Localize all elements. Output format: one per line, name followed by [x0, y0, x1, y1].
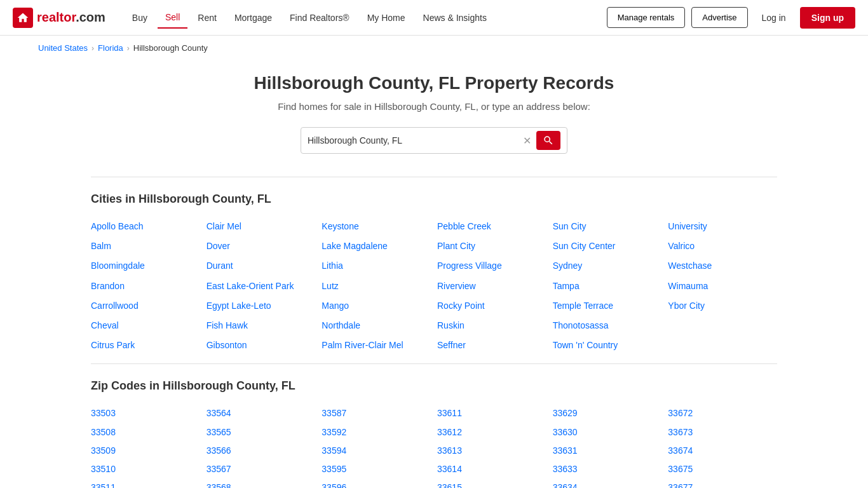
city-link[interactable]: Sun City	[553, 219, 662, 234]
city-link[interactable]: Fish Hawk	[207, 318, 316, 334]
zip-link[interactable]: 33510	[91, 461, 200, 477]
nav-mortgage[interactable]: Mortgage	[227, 8, 280, 28]
city-link[interactable]: Temple Terrace	[553, 298, 662, 314]
city-link[interactable]: Progress Village	[437, 258, 546, 274]
city-link[interactable]: Sydney	[553, 258, 662, 274]
city-link[interactable]: Town 'n' Country	[553, 337, 662, 353]
zip-link[interactable]: 33613	[437, 443, 546, 459]
zip-link[interactable]: 33630	[553, 424, 662, 440]
zip-grid: 3350333564335873361133629336723350833565…	[91, 405, 777, 488]
header: realtor.com Buy Sell Rent Mortgage Find …	[0, 0, 868, 36]
search-submit-button[interactable]	[536, 131, 560, 150]
signup-button[interactable]: Sign up	[800, 7, 855, 29]
city-link[interactable]: Keystone	[322, 219, 431, 234]
nav-buy[interactable]: Buy	[125, 8, 155, 28]
zip-link[interactable]: 33677	[668, 480, 777, 488]
zip-link[interactable]: 33611	[437, 405, 546, 421]
city-link[interactable]: Sun City Center	[553, 238, 662, 254]
zip-section-title: Zip Codes in Hillsborough County, FL	[91, 379, 777, 393]
city-link[interactable]: Gibsonton	[207, 337, 316, 353]
city-link[interactable]: Thonotosassa	[553, 318, 662, 334]
zip-link[interactable]: 33511	[91, 480, 200, 488]
city-link[interactable]: Plant City	[437, 238, 546, 254]
zip-link[interactable]: 33594	[322, 443, 431, 459]
city-link[interactable]: Balm	[91, 238, 200, 254]
zip-link[interactable]: 33675	[668, 461, 777, 477]
breadcrumb-fl[interactable]: Florida	[98, 43, 123, 53]
city-link[interactable]: Ybor City	[668, 298, 777, 314]
city-link[interactable]: Palm River-Clair Mel	[322, 337, 431, 353]
city-link[interactable]: Clair Mel	[207, 219, 316, 234]
city-link[interactable]: Egypt Lake-Leto	[207, 298, 316, 314]
login-button[interactable]: Log in	[754, 8, 794, 28]
zip-link[interactable]: 33508	[91, 424, 200, 440]
city-link[interactable]: Dover	[207, 238, 316, 254]
zip-link[interactable]: 33673	[668, 424, 777, 440]
zip-link[interactable]: 33509	[91, 443, 200, 459]
search-clear-button[interactable]: ✕	[520, 135, 534, 147]
search-container: ✕	[91, 127, 777, 154]
zip-link[interactable]: 33568	[207, 480, 316, 488]
city-link[interactable]: Westchase	[668, 258, 777, 274]
manage-rentals-button[interactable]: Manage rentals	[607, 7, 686, 28]
nav-news[interactable]: News & Insights	[416, 8, 494, 28]
zip-link[interactable]: 33587	[322, 405, 431, 421]
zip-link[interactable]: 33566	[207, 443, 316, 459]
breadcrumb-sep-2: ›	[127, 44, 130, 53]
logo-text: realtor.com	[37, 10, 105, 25]
advertise-button[interactable]: Advertise	[691, 7, 747, 28]
logo[interactable]: realtor.com	[13, 8, 105, 28]
city-link[interactable]: Lutz	[322, 278, 431, 294]
city-link[interactable]: East Lake-Orient Park	[207, 278, 316, 294]
city-link[interactable]: Pebble Creek	[437, 219, 546, 234]
main-nav: Buy Sell Rent Mortgage Find Realtors® My…	[125, 7, 607, 29]
city-link[interactable]: Valrico	[668, 238, 777, 254]
logo-icon	[13, 8, 33, 28]
city-link[interactable]: University	[668, 219, 777, 234]
zip-link[interactable]: 33565	[207, 424, 316, 440]
city-link[interactable]: Seffner	[437, 337, 546, 353]
city-link[interactable]: Northdale	[322, 318, 431, 334]
city-link[interactable]: Ruskin	[437, 318, 546, 334]
city-link[interactable]: Wimauma	[668, 278, 777, 294]
city-link[interactable]: Rocky Point	[437, 298, 546, 314]
header-actions: Manage rentals Advertise Log in Sign up	[607, 7, 855, 29]
nav-my-home[interactable]: My Home	[360, 8, 413, 28]
breadcrumb-us[interactable]: United States	[38, 43, 88, 53]
zip-link[interactable]: 33672	[668, 405, 777, 421]
zip-link[interactable]: 33595	[322, 461, 431, 477]
city-link[interactable]: Citrus Park	[91, 337, 200, 353]
zip-link[interactable]: 33503	[91, 405, 200, 421]
zip-link[interactable]: 33612	[437, 424, 546, 440]
search-input[interactable]	[308, 135, 520, 146]
zip-link[interactable]: 33633	[553, 461, 662, 477]
zip-link[interactable]: 33674	[668, 443, 777, 459]
nav-find-realtors[interactable]: Find Realtors®	[282, 8, 357, 28]
nav-sell[interactable]: Sell	[158, 7, 187, 29]
city-link[interactable]: Tampa	[553, 278, 662, 294]
city-link[interactable]: Durant	[207, 258, 316, 274]
zip-link[interactable]: 33631	[553, 443, 662, 459]
breadcrumb-current: Hillsborough County	[133, 43, 208, 53]
zip-link[interactable]: 33592	[322, 424, 431, 440]
zip-link[interactable]: 33564	[207, 405, 316, 421]
city-link[interactable]: Brandon	[91, 278, 200, 294]
city-link[interactable]: Lithia	[322, 258, 431, 274]
search-icon	[543, 135, 554, 146]
zip-link[interactable]: 33596	[322, 480, 431, 488]
search-box: ✕	[301, 127, 567, 154]
city-link[interactable]: Carrollwood	[91, 298, 200, 314]
city-link[interactable]: Riverview	[437, 278, 546, 294]
city-link[interactable]: Apollo Beach	[91, 219, 200, 234]
zip-link[interactable]: 33614	[437, 461, 546, 477]
city-link[interactable]: Cheval	[91, 318, 200, 334]
zip-link[interactable]: 33615	[437, 480, 546, 488]
zip-link[interactable]: 33634	[553, 480, 662, 488]
cities-divider	[91, 177, 777, 177]
zip-link[interactable]: 33629	[553, 405, 662, 421]
city-link[interactable]: Mango	[322, 298, 431, 314]
zip-link[interactable]: 33567	[207, 461, 316, 477]
city-link[interactable]: Bloomingdale	[91, 258, 200, 274]
city-link[interactable]: Lake Magdalene	[322, 238, 431, 254]
nav-rent[interactable]: Rent	[190, 8, 224, 28]
